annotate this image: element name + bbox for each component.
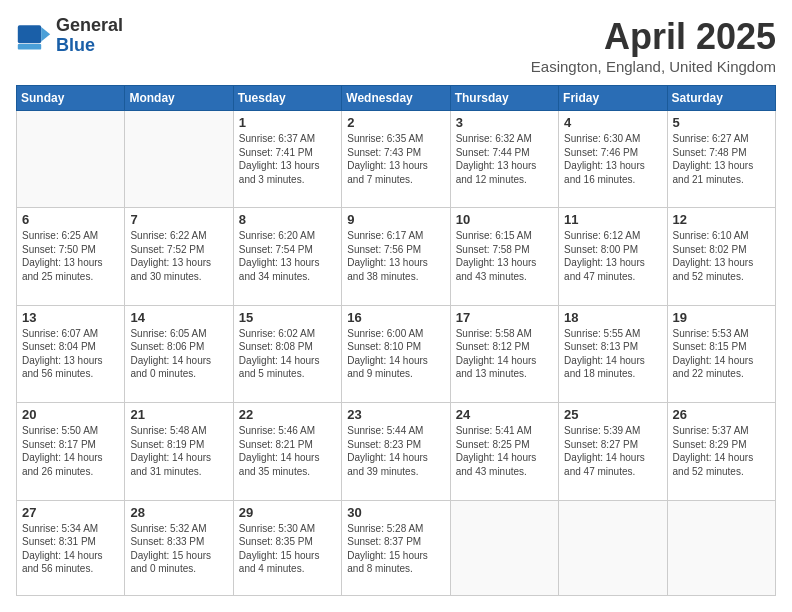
svg-rect-2 [18, 44, 41, 49]
day-info: Sunrise: 6:10 AMSunset: 8:02 PMDaylight:… [673, 229, 770, 283]
day-number: 29 [239, 505, 336, 520]
logo-general: General [56, 16, 123, 36]
day-number: 10 [456, 212, 553, 227]
day-number: 26 [673, 407, 770, 422]
day-info: Sunrise: 5:32 AMSunset: 8:33 PMDaylight:… [130, 522, 227, 576]
day-info: Sunrise: 6:00 AMSunset: 8:10 PMDaylight:… [347, 327, 444, 381]
cell-w3-d3: 15Sunrise: 6:02 AMSunset: 8:08 PMDayligh… [233, 305, 341, 402]
day-info: Sunrise: 5:30 AMSunset: 8:35 PMDaylight:… [239, 522, 336, 576]
cell-w3-d2: 14Sunrise: 6:05 AMSunset: 8:06 PMDayligh… [125, 305, 233, 402]
day-number: 21 [130, 407, 227, 422]
day-number: 4 [564, 115, 661, 130]
day-info: Sunrise: 6:20 AMSunset: 7:54 PMDaylight:… [239, 229, 336, 283]
day-info: Sunrise: 6:37 AMSunset: 7:41 PMDaylight:… [239, 132, 336, 186]
day-number: 13 [22, 310, 119, 325]
col-tuesday: Tuesday [233, 86, 341, 111]
cell-w1-d7: 5Sunrise: 6:27 AMSunset: 7:48 PMDaylight… [667, 111, 775, 208]
page: General Blue April 2025 Easington, Engla… [0, 0, 792, 612]
cell-w2-d1: 6Sunrise: 6:25 AMSunset: 7:50 PMDaylight… [17, 208, 125, 305]
cell-w2-d5: 10Sunrise: 6:15 AMSunset: 7:58 PMDayligh… [450, 208, 558, 305]
col-friday: Friday [559, 86, 667, 111]
day-info: Sunrise: 5:28 AMSunset: 8:37 PMDaylight:… [347, 522, 444, 576]
day-info: Sunrise: 5:58 AMSunset: 8:12 PMDaylight:… [456, 327, 553, 381]
cell-w2-d7: 12Sunrise: 6:10 AMSunset: 8:02 PMDayligh… [667, 208, 775, 305]
col-sunday: Sunday [17, 86, 125, 111]
cell-w1-d4: 2Sunrise: 6:35 AMSunset: 7:43 PMDaylight… [342, 111, 450, 208]
cell-w1-d3: 1Sunrise: 6:37 AMSunset: 7:41 PMDaylight… [233, 111, 341, 208]
day-number: 30 [347, 505, 444, 520]
logo-icon [16, 18, 52, 54]
cell-w2-d3: 8Sunrise: 6:20 AMSunset: 7:54 PMDaylight… [233, 208, 341, 305]
cell-w4-d4: 23Sunrise: 5:44 AMSunset: 8:23 PMDayligh… [342, 403, 450, 500]
title-block: April 2025 Easington, England, United Ki… [531, 16, 776, 75]
cell-w1-d1 [17, 111, 125, 208]
col-monday: Monday [125, 86, 233, 111]
week-row-3: 13Sunrise: 6:07 AMSunset: 8:04 PMDayligh… [17, 305, 776, 402]
title-location: Easington, England, United Kingdom [531, 58, 776, 75]
day-info: Sunrise: 5:50 AMSunset: 8:17 PMDaylight:… [22, 424, 119, 478]
cell-w3-d5: 17Sunrise: 5:58 AMSunset: 8:12 PMDayligh… [450, 305, 558, 402]
header-row: Sunday Monday Tuesday Wednesday Thursday… [17, 86, 776, 111]
day-number: 14 [130, 310, 227, 325]
header: General Blue April 2025 Easington, Engla… [16, 16, 776, 75]
day-info: Sunrise: 6:25 AMSunset: 7:50 PMDaylight:… [22, 229, 119, 283]
day-info: Sunrise: 6:17 AMSunset: 7:56 PMDaylight:… [347, 229, 444, 283]
cell-w2-d2: 7Sunrise: 6:22 AMSunset: 7:52 PMDaylight… [125, 208, 233, 305]
day-info: Sunrise: 5:48 AMSunset: 8:19 PMDaylight:… [130, 424, 227, 478]
cell-w1-d6: 4Sunrise: 6:30 AMSunset: 7:46 PMDaylight… [559, 111, 667, 208]
col-wednesday: Wednesday [342, 86, 450, 111]
day-info: Sunrise: 5:41 AMSunset: 8:25 PMDaylight:… [456, 424, 553, 478]
day-number: 11 [564, 212, 661, 227]
cell-w5-d6 [559, 500, 667, 595]
day-info: Sunrise: 5:39 AMSunset: 8:27 PMDaylight:… [564, 424, 661, 478]
day-number: 2 [347, 115, 444, 130]
day-info: Sunrise: 6:22 AMSunset: 7:52 PMDaylight:… [130, 229, 227, 283]
cell-w4-d1: 20Sunrise: 5:50 AMSunset: 8:17 PMDayligh… [17, 403, 125, 500]
cell-w1-d2 [125, 111, 233, 208]
day-number: 17 [456, 310, 553, 325]
day-number: 3 [456, 115, 553, 130]
week-row-2: 6Sunrise: 6:25 AMSunset: 7:50 PMDaylight… [17, 208, 776, 305]
day-number: 23 [347, 407, 444, 422]
col-saturday: Saturday [667, 86, 775, 111]
day-info: Sunrise: 6:32 AMSunset: 7:44 PMDaylight:… [456, 132, 553, 186]
day-info: Sunrise: 5:53 AMSunset: 8:15 PMDaylight:… [673, 327, 770, 381]
day-info: Sunrise: 5:46 AMSunset: 8:21 PMDaylight:… [239, 424, 336, 478]
day-info: Sunrise: 5:34 AMSunset: 8:31 PMDaylight:… [22, 522, 119, 576]
cell-w2-d6: 11Sunrise: 6:12 AMSunset: 8:00 PMDayligh… [559, 208, 667, 305]
day-number: 20 [22, 407, 119, 422]
cell-w4-d6: 25Sunrise: 5:39 AMSunset: 8:27 PMDayligh… [559, 403, 667, 500]
day-number: 9 [347, 212, 444, 227]
calendar-body: 1Sunrise: 6:37 AMSunset: 7:41 PMDaylight… [17, 111, 776, 596]
day-number: 18 [564, 310, 661, 325]
cell-w5-d5 [450, 500, 558, 595]
day-info: Sunrise: 6:07 AMSunset: 8:04 PMDaylight:… [22, 327, 119, 381]
day-number: 28 [130, 505, 227, 520]
svg-rect-0 [18, 25, 41, 43]
day-number: 5 [673, 115, 770, 130]
calendar-table: Sunday Monday Tuesday Wednesday Thursday… [16, 85, 776, 596]
cell-w5-d3: 29Sunrise: 5:30 AMSunset: 8:35 PMDayligh… [233, 500, 341, 595]
cell-w4-d5: 24Sunrise: 5:41 AMSunset: 8:25 PMDayligh… [450, 403, 558, 500]
cell-w3-d1: 13Sunrise: 6:07 AMSunset: 8:04 PMDayligh… [17, 305, 125, 402]
cell-w5-d1: 27Sunrise: 5:34 AMSunset: 8:31 PMDayligh… [17, 500, 125, 595]
cell-w4-d7: 26Sunrise: 5:37 AMSunset: 8:29 PMDayligh… [667, 403, 775, 500]
title-month: April 2025 [531, 16, 776, 58]
day-number: 15 [239, 310, 336, 325]
day-number: 1 [239, 115, 336, 130]
day-info: Sunrise: 6:12 AMSunset: 8:00 PMDaylight:… [564, 229, 661, 283]
cell-w5-d2: 28Sunrise: 5:32 AMSunset: 8:33 PMDayligh… [125, 500, 233, 595]
day-info: Sunrise: 5:44 AMSunset: 8:23 PMDaylight:… [347, 424, 444, 478]
day-number: 7 [130, 212, 227, 227]
day-info: Sunrise: 6:02 AMSunset: 8:08 PMDaylight:… [239, 327, 336, 381]
day-number: 12 [673, 212, 770, 227]
logo-text: General Blue [56, 16, 123, 56]
day-info: Sunrise: 6:30 AMSunset: 7:46 PMDaylight:… [564, 132, 661, 186]
day-number: 24 [456, 407, 553, 422]
col-thursday: Thursday [450, 86, 558, 111]
cell-w3-d7: 19Sunrise: 5:53 AMSunset: 8:15 PMDayligh… [667, 305, 775, 402]
day-number: 25 [564, 407, 661, 422]
cell-w3-d4: 16Sunrise: 6:00 AMSunset: 8:10 PMDayligh… [342, 305, 450, 402]
cell-w4-d2: 21Sunrise: 5:48 AMSunset: 8:19 PMDayligh… [125, 403, 233, 500]
logo: General Blue [16, 16, 123, 56]
